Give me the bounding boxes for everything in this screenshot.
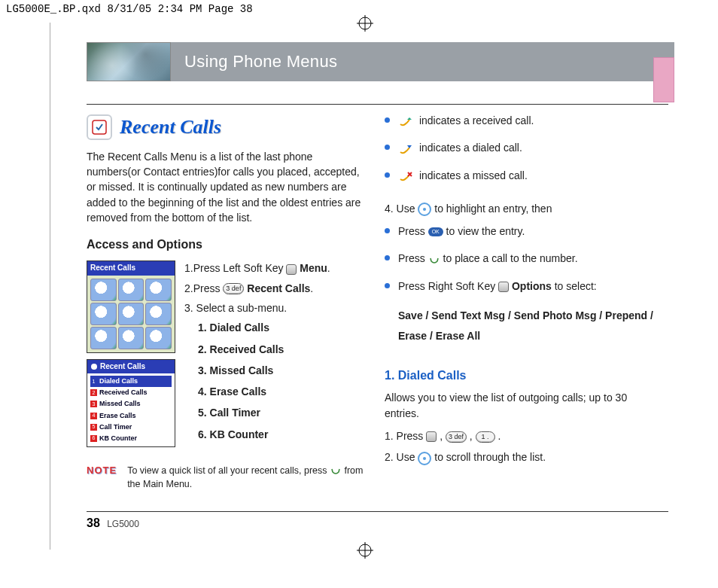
chapter-title: Using Phone Menus [171,42,674,81]
action-view: Press OK to view the entry. [385,224,662,239]
dialed-calls-desc: Allows you to view the list of outgoing … [385,390,662,421]
note-block: NOTE To view a quick list of all your re… [87,464,364,491]
legend-dialed: indicates a dialed call. [385,140,662,155]
dialed-step-2: 2. Use to scroll through the list. [385,449,662,465]
legend-received: indicates a received call. [385,113,662,128]
note-text: To view a quick list of all your recent … [127,464,364,491]
page-frame: Using Phone Menus Recent Calls The Recen… [50,23,674,550]
phone-screenshots: Recent Calls Recent Calls 1Dialed Calls2 [87,260,175,452]
screenshot-menu-grid: Recent Calls [87,260,175,353]
screenshot-list-row: 6KB Counter [90,433,172,444]
nav-pad-icon [418,452,431,465]
content-area: Recent Calls The Recent Calls Menu is a … [87,113,666,491]
step-4: 4. Use to highlight an entry, then [385,201,662,216]
missed-call-icon [398,170,413,182]
right-soft-key-icon [498,282,509,292]
step-1: 1.Press Left Soft Key Menu. [184,260,364,276]
step-2: 2.Press 3 def Recent Calls. [184,281,364,296]
entry-actions: Press OK to view the entry. Press to pla… [385,224,662,294]
submenu-item: 4. Erase Calls [198,384,364,399]
access-steps: 1.Press Left Soft Key Menu. 2.Press 3 de… [184,260,364,452]
send-key-icon [428,254,440,266]
chapter-header: Using Phone Menus [87,42,674,81]
keypad-1-icon: 1 . [476,431,495,443]
keypad-3-icon: 3 def [446,431,467,443]
submenu-item: 6. KB Counter [198,427,364,442]
screenshot-list-row: 5Call Timer [90,422,172,433]
note-label: NOTE [87,464,117,491]
model-name: LG5000 [107,519,139,529]
section-intro: The Recent Calls Menu is a list of the l… [87,149,364,225]
action-options: Press Right Soft Key Options to select: [385,279,662,294]
keypad-3-icon: 3 def [223,283,244,294]
screenshot-list-row: 1Dialed Calls [90,376,172,387]
left-soft-key-icon [286,264,297,275]
nav-pad-icon [418,203,431,216]
dialed-step-1: 1. Press , 3 def , 1 . . [385,428,662,443]
left-soft-key-icon [426,431,437,442]
ok-key-icon: OK [428,227,443,236]
recent-calls-title-icon [87,114,112,140]
legend-missed: indicates a missed call. [385,168,662,183]
svg-point-4 [91,364,97,370]
page-number: 38 [87,516,100,529]
header-rule [87,104,668,105]
section-title: Recent Calls [120,113,221,142]
step-3: 3. Select a sub-menu. [184,300,364,315]
options-list: Save / Send Text Msg / Send Photo Msg / … [398,306,662,346]
submenu-item: 5. Call Timer [198,405,364,420]
screenshot1-title: Recent Calls [87,261,175,276]
submenu-item: 2. Received Calls [198,342,364,357]
right-column: indicates a received call. indicates a d… [385,113,662,491]
dialed-call-icon [398,143,413,155]
action-call: Press to place a call to the number. [385,251,662,266]
submenu-item: 3. Missed Calls [198,363,364,378]
dialed-calls-heading: 1. Dialed Calls [385,367,662,384]
registration-mark-bottom [357,542,373,559]
screenshot-list-row: 2Received Calls [90,387,172,398]
submenu-list: 1. Dialed Calls2. Received Calls3. Misse… [198,320,364,442]
page-footer: 38 LG5000 [87,511,668,530]
send-key-icon [330,465,342,477]
screenshot-list-row: 3Missed Calls [90,398,172,410]
received-call-icon [398,115,413,127]
screenshot-menu-list: Recent Calls 1Dialed Calls2Received Call… [87,359,175,447]
access-options-heading: Access and Options [87,236,364,253]
submenu-item: 1. Dialed Calls [198,320,364,335]
screenshot-list-row: 4Erase Calls [90,410,172,422]
section-tab-pink [653,57,674,102]
left-column: Recent Calls The Recent Calls Menu is a … [87,113,364,491]
call-type-legend: indicates a received call. indicates a d… [385,113,662,183]
chapter-header-image [87,42,171,81]
screenshot2-title: Recent Calls [100,361,145,373]
